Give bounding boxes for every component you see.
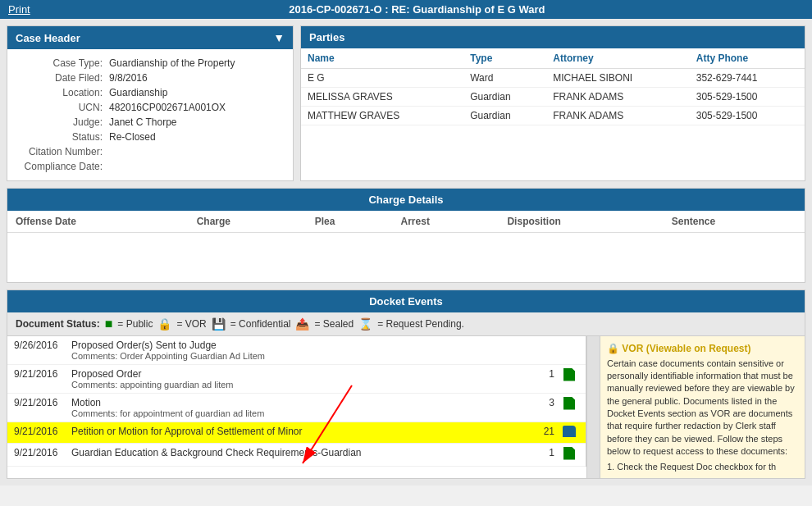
event-doc-icon[interactable] [559, 447, 579, 463]
vor-step1: 1. Check the Request Doc checkbox for th [607, 462, 798, 472]
parties-col-header: Atty Phone [690, 48, 805, 69]
charge-col-header: Arrest [393, 211, 500, 233]
docket-event-row: 9/21/2016 Motion Comments: for appointme… [7, 394, 586, 422]
sealed-icon: 📤 [295, 317, 309, 330]
event-date: 9/21/2016 [14, 447, 71, 458]
green-doc-icon[interactable] [563, 397, 575, 410]
case-header-chevron-icon[interactable]: ▼ [273, 31, 285, 44]
page-title: 2016-CP-002671-O : RE: Guardianship of E… [30, 3, 804, 16]
parties-col-header: Name [301, 48, 463, 69]
field-label: Case Type: [16, 56, 106, 71]
event-count: 3 [527, 397, 559, 408]
docket-events-list: 9/26/2016 Proposed Order(s) Sent to Judg… [7, 336, 586, 467]
green-doc-icon[interactable] [563, 368, 575, 381]
scrollbar[interactable] [586, 336, 600, 478]
blue-folder-icon[interactable] [563, 426, 576, 437]
charge-col-header: Offense Date [7, 211, 189, 233]
field-label: Date Filed: [16, 71, 106, 85]
print-link[interactable]: Print [8, 3, 30, 16]
charge-col-header: Disposition [499, 211, 663, 233]
charge-details-section: Charge Details Offense DateChargePleaArr… [7, 188, 805, 283]
docket-event-row: 9/21/2016 Petition or Motion for Approva… [7, 422, 586, 444]
pending-label: = Request Pending. [377, 318, 464, 330]
case-header-row: Case Type:Guardianship of the Property [16, 56, 285, 71]
field-value: Re-Closed [106, 130, 285, 144]
vor-label: = VOR [176, 318, 206, 330]
party-type: Guardian [463, 107, 546, 125]
charge-col-header: Sentence [664, 211, 805, 233]
field-label: Citation Number: [16, 144, 106, 159]
field-value [106, 144, 285, 159]
public-icon: ■ [105, 317, 113, 331]
vor-lock-icon: 🔒 [607, 343, 619, 354]
party-phone: 305-529-1500 [690, 107, 805, 125]
doc-status-bar: Document Status: ■ = Public 🔒 = VOR 💾 = … [7, 312, 805, 336]
public-label: = Public [117, 318, 153, 330]
event-description: Motion Comments: for appointment of guar… [71, 397, 527, 418]
case-header-row: Date Filed:9/8/2016 [16, 71, 285, 85]
parties-title: Parties [309, 31, 344, 43]
field-label: Location: [16, 85, 106, 100]
case-header-row: Location:Guardianship [16, 85, 285, 100]
charge-col-header: Plea [307, 211, 393, 233]
field-value: Guardianship of the Property [106, 56, 285, 71]
vor-icon: 🔒 [157, 317, 171, 330]
event-count: 1 [527, 368, 559, 380]
field-label: Status: [16, 130, 106, 144]
event-doc-icon[interactable] [559, 368, 579, 384]
case-header-row: Compliance Date: [16, 159, 285, 174]
docket-section: Docket Events Document Status: ■ = Publi… [7, 289, 805, 479]
party-name: MATTHEW GRAVES [301, 107, 463, 125]
charge-details-header: Charge Details [7, 189, 805, 211]
case-header-row: Citation Number: [16, 144, 285, 159]
party-type: Guardian [463, 88, 546, 107]
event-count: 21 [527, 426, 559, 437]
field-value: Guardianship [106, 85, 285, 100]
vor-panel-text: Certain case documents contain sensitive… [607, 358, 798, 458]
doc-status-label: Document Status: [16, 318, 100, 330]
parties-col-header: Attorney [546, 48, 690, 69]
charge-table: Offense DateChargePleaArrestDispositionS… [7, 211, 805, 282]
event-date: 9/26/2016 [14, 340, 71, 351]
field-label: UCN: [16, 100, 106, 115]
party-attorney: FRANK ADAMS [546, 107, 690, 125]
parties-panel-header: Parties [301, 26, 805, 48]
confidential-label: = Confidential [230, 318, 291, 330]
event-date: 9/21/2016 [14, 368, 71, 380]
parties-row: MELISSA GRAVES Guardian FRANK ADAMS 305-… [301, 88, 805, 107]
party-attorney: MICHAEL SIBONI [546, 69, 690, 88]
top-bar: Print 2016-CP-002671-O : RE: Guardianshi… [0, 0, 812, 19]
party-name: MELISSA GRAVES [301, 88, 463, 107]
event-doc-icon[interactable] [559, 426, 579, 440]
parties-col-header: Type [463, 48, 546, 69]
docket-header: Docket Events [7, 290, 805, 312]
green-doc-icon[interactable] [563, 447, 575, 460]
event-date: 9/21/2016 [14, 397, 71, 408]
party-name: E G [301, 69, 463, 88]
field-value: Janet C Thorpe [106, 115, 285, 130]
parties-row: E G Ward MICHAEL SIBONI 352-629-7441 [301, 69, 805, 88]
confidential-icon: 💾 [212, 317, 226, 330]
event-description: Proposed Order Comments: appointing guar… [71, 368, 527, 390]
event-description: Guardian Education & Background Check Re… [71, 447, 527, 458]
field-label: Judge: [16, 115, 106, 130]
parties-table: NameTypeAttorneyAtty Phone E G Ward MICH… [301, 48, 805, 125]
field-value: 9/8/2016 [106, 71, 285, 85]
parties-row: MATTHEW GRAVES Guardian FRANK ADAMS 305-… [301, 107, 805, 125]
case-header-row: Status:Re-Closed [16, 130, 285, 144]
event-date: 9/21/2016 [14, 426, 71, 437]
sealed-label: = Sealed [314, 318, 354, 330]
docket-event-row: 9/26/2016 Proposed Order(s) Sent to Judg… [7, 336, 586, 365]
case-header-table: Case Type:Guardianship of the PropertyDa… [16, 56, 285, 174]
event-doc-icon[interactable] [559, 397, 579, 413]
pending-icon: ⌛ [358, 317, 372, 330]
party-phone: 305-529-1500 [690, 88, 805, 107]
case-header-row: UCN:482016CP002671A001OX [16, 100, 285, 115]
event-description: Petition or Motion for Approval of Settl… [71, 426, 527, 437]
arrow-overlay-container: 9/26/2016 Proposed Order(s) Sent to Judg… [7, 336, 586, 467]
charge-col-header: Charge [189, 211, 307, 233]
vor-panel: 🔒 VOR (Viewable on Request) Certain case… [600, 336, 805, 478]
case-header-row: Judge:Janet C Thorpe [16, 115, 285, 130]
field-value [106, 159, 285, 174]
event-description: Proposed Order(s) Sent to Judge Comments… [71, 340, 527, 361]
